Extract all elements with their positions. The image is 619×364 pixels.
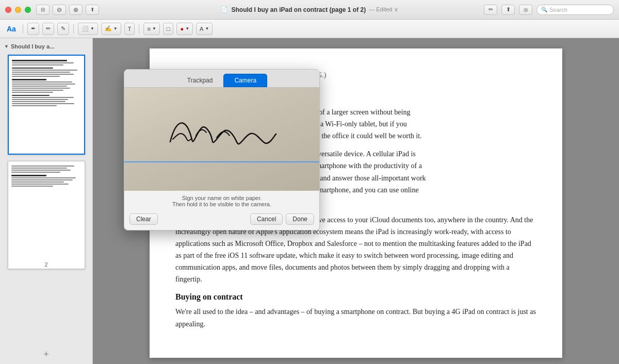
annotate-tool[interactable]: ✎ [57,23,69,35]
thumb-inner-2 [8,161,85,259]
doc-para-4: We're all used to the idea – and advanta… [175,306,536,329]
sidebar: ▼ Should I buy a... [0,38,93,364]
sig-dropdown-icon: ▼ [113,26,118,31]
share-sheet-button[interactable]: ⬆ [501,5,515,15]
signature-tool[interactable]: ✍ ▼ [101,23,121,35]
align-tool[interactable]: ≡ ▼ [143,23,159,35]
doc-area: tion your iPad will use if it cannot loc… [93,38,619,364]
sig-instructions: Sign your name on white paper. Then hold… [124,191,319,210]
search-icon: 🔍 [541,7,547,12]
doc-heading-contract: Buying on contract [175,292,536,302]
done-button[interactable]: Done [286,213,314,225]
font-label[interactable]: Aa [4,23,19,35]
toolbar-divider-2 [73,24,74,34]
page-thumbnail-2[interactable]: 2 [8,161,85,269]
toolbar: Aa ✒ ✏ ✎ ⬜ ▼ ✍ ▼ T ≡ ▼ □ ● ▼ A ▼ [0,20,619,38]
sig-footer: Clear Cancel Done [124,210,319,230]
signature-drawing [165,111,279,162]
pen-tool[interactable]: ✒ [27,23,39,35]
zoom-out-button[interactable]: ⊖ [53,5,66,15]
color-icon: ● [180,26,184,32]
color-tool[interactable]: ● ▼ [176,23,193,35]
pen-icon: ✒ [31,25,36,32]
color-dropdown-icon: ▼ [185,26,189,31]
size-icon: A [200,26,203,32]
toolbar-divider-3 [139,24,139,34]
page-2-number: 2 [8,259,85,269]
zoom-in-button[interactable]: ⊕ [69,5,83,15]
shape-tool[interactable]: □ [163,23,174,35]
align-icon: ≡ [147,26,150,32]
sidebar-title: Should I buy a... [11,43,54,49]
traffic-lights [5,7,31,13]
airdrop-button[interactable]: ◎ [519,5,532,15]
sig-tabs: Trackpad Camera [124,70,319,88]
camera-view [124,88,319,191]
share-button[interactable]: ⬆ [86,5,99,15]
annotate-icon: ✎ [61,25,66,32]
sidebar-toggle-button[interactable]: ⊟ [36,5,50,15]
shape-icon: □ [167,26,170,32]
cancel-button[interactable]: Cancel [250,213,283,225]
size-dropdown-icon: ▼ [205,26,209,31]
main-area: ▼ Should I buy a... [0,38,619,364]
stamp-icon: ⬜ [82,25,89,32]
document-icon: 📄 [221,6,228,13]
camera-content [124,88,319,191]
highlight-icon: ✏ [46,25,51,32]
camera-tab[interactable]: Camera [223,74,267,87]
size-tool[interactable]: A ▼ [196,23,213,35]
pencil-button[interactable]: ✏ [484,5,497,15]
text-tool[interactable]: T [124,23,135,35]
paper-background [124,88,319,191]
minimize-button[interactable] [15,7,21,13]
sidebar-collapse-icon[interactable]: ▼ [4,44,9,49]
thumb-inner-1 [9,56,84,154]
stamp-tool[interactable]: ⬜ ▼ [78,23,98,35]
maximize-button[interactable] [25,7,31,13]
page-thumbnail-1[interactable] [8,55,85,155]
text-icon: T [128,26,132,32]
window-title: Should I buy an iPad on contract (page 1… [231,6,366,13]
edited-label: — Edited ∨ [369,6,398,13]
sidebar-header: ▼ Should I buy a... [2,42,90,53]
title-bar: ⊟ ⊖ ⊕ ⬆ 📄 Should I buy an iPad on contra… [0,0,619,20]
search-placeholder: Search [549,7,567,13]
clear-button[interactable]: Clear [129,213,158,225]
trackpad-tab[interactable]: Trackpad [176,74,224,87]
stamp-dropdown-icon: ▼ [90,26,94,31]
signature-popup: Trackpad Camera [124,69,320,230]
signature-baseline [124,161,319,162]
align-dropdown-icon: ▼ [152,26,156,31]
signature-icon: ✍ [105,25,112,32]
toolbar-divider-1 [23,24,23,34]
close-button[interactable] [5,7,11,13]
search-box[interactable]: 🔍 Search [536,5,614,15]
highlight-tool[interactable]: ✏ [42,23,54,35]
title-bar-right: ✏ ⬆ ◎ 🔍 Search [484,5,614,15]
title-bar-center: 📄 Should I buy an iPad on contract (page… [221,6,398,13]
add-page-button[interactable]: + [43,349,49,360]
